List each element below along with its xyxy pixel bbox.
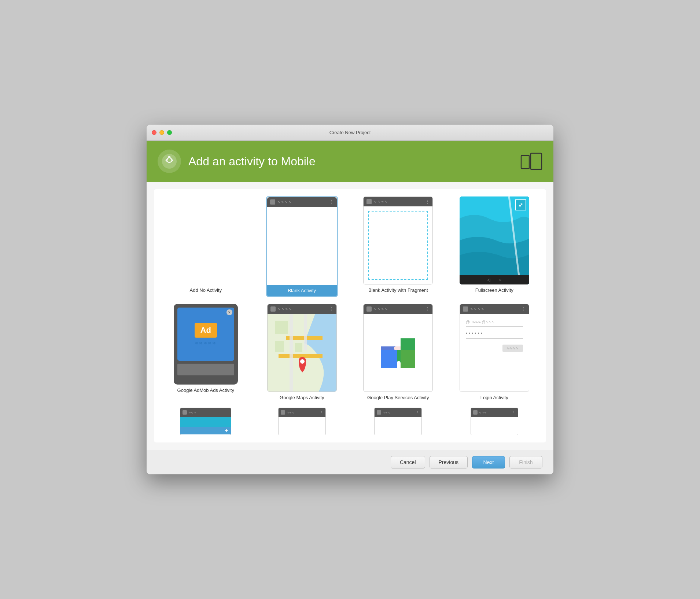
fragment-menu-dots: ⋮ (425, 199, 430, 204)
window-controls (152, 130, 172, 135)
android-icon-svg (161, 153, 177, 169)
partial4-dots: ⋮ (512, 411, 516, 415)
ad-badge: Ad (195, 323, 217, 338)
fragment-dashed-area (368, 211, 428, 280)
maximize-button[interactable] (167, 130, 172, 135)
nav-home-icon: ○ (499, 278, 501, 282)
admob-blue-area: Ad ≋≋≋≋≋ ✕ (177, 308, 234, 361)
maps-menu-dots: ⋮ (329, 306, 334, 312)
fullscreen-label: Fullscreen Activity (475, 287, 513, 293)
admob-preview: Ad ≋≋≋≋≋ ✕ (174, 304, 238, 385)
admob-bottom-bar (177, 364, 234, 375)
activity-item-partial3[interactable]: ∿∿∿ ⋮ (354, 408, 443, 435)
wizard-footer: Cancel Previous Next Finish (147, 450, 553, 474)
maps-preview: ∿∿∿∿ ⋮ (267, 304, 337, 392)
play-content (364, 314, 432, 392)
partial1-icon (183, 410, 187, 415)
blank-content (267, 207, 337, 284)
activity-item-fragment[interactable]: ∿∿∿∿ ⋮ Blank Activity with Fragment (354, 196, 443, 297)
activity-item-partial4[interactable]: ∿∿∿ ⋮ (450, 408, 539, 435)
phone-menu-dots: ⋮ (329, 199, 334, 205)
partial3-icon (377, 410, 381, 415)
maps-svg (268, 314, 336, 392)
partial4-preview: ∿∿∿ ⋮ (471, 408, 518, 435)
login-email-field: @ ∿∿∿ @∿∿∿ (466, 320, 523, 327)
android-studio-icon (158, 150, 181, 173)
partial3-dots: ⋮ (416, 411, 419, 415)
fullscreen-expand-icon: ⤢ (515, 199, 526, 210)
activity-item-play[interactable]: ∿∿∿∿ ⋮ (354, 304, 443, 400)
partial4-content (471, 417, 518, 435)
fullscreen-preview: ⤢ ◁ ○ (460, 196, 529, 284)
svg-point-5 (171, 159, 172, 161)
content-area: Add No Activity ∿∿∿∿ ⋮ Blank Activity (147, 182, 553, 450)
activity-item-blank[interactable]: ∿∿∿∿ ⋮ Blank Activity (258, 196, 347, 297)
partial2-preview: ∿∿∿ ⋮ (278, 408, 326, 435)
close-button[interactable] (152, 130, 156, 135)
admob-close-icon: ✕ (226, 309, 232, 315)
svg-rect-12 (279, 354, 323, 358)
maps-phone-top-bar: ∿∿∿∿ ⋮ (268, 304, 336, 314)
no-activity-label: Add No Activity (190, 287, 222, 293)
partial1-top: ∿∿∿ (180, 408, 231, 417)
play-menu-dots: ⋮ (425, 306, 430, 312)
login-label: Login Activity (480, 395, 508, 400)
svg-rect-16 (275, 341, 284, 352)
phone-menu-icon (270, 199, 275, 205)
finish-button[interactable]: Finish (509, 456, 542, 468)
login-email-placeholder: ∿∿∿ @∿∿∿ (472, 320, 494, 324)
activity-item-fullscreen[interactable]: ⤢ ◁ ○ Fullscreen Activity (450, 196, 539, 297)
play-phone-top-bar: ∿∿∿∿ ⋮ (364, 304, 432, 314)
header-left: Add an activity to Mobile (158, 150, 316, 173)
partial2-icon (281, 410, 285, 415)
activity-item-maps[interactable]: ∿∿∿∿ ⋮ (258, 304, 347, 400)
next-button[interactable]: Next (472, 456, 505, 468)
cancel-button[interactable]: Cancel (391, 456, 425, 468)
fragment-menu-icon (366, 199, 372, 204)
maps-content (268, 314, 336, 392)
activity-item-admob[interactable]: Ad ≋≋≋≋≋ ✕ Google AdMob Ads Activity (161, 304, 250, 400)
fullscreen-nav-bar: ◁ ○ (460, 275, 529, 284)
svg-rect-6 (521, 155, 529, 169)
play-services-icon (378, 335, 418, 370)
partial2-waves: ∿∿∿ (287, 411, 320, 414)
partial4-waves: ∿∿∿ (479, 411, 512, 414)
phone-top-bar: ∿∿∿∿ ⋮ (267, 197, 337, 207)
play-menu-icon (366, 306, 372, 312)
partial2-content (279, 417, 325, 435)
partial4-icon (473, 410, 478, 415)
svg-rect-7 (531, 153, 542, 169)
activity-item-no-activity[interactable]: Add No Activity (161, 196, 250, 297)
svg-rect-13 (290, 314, 293, 392)
activity-item-partial2[interactable]: ∿∿∿ ⋮ (258, 408, 347, 435)
minimize-button[interactable] (159, 130, 164, 135)
login-menu-dots: ⋮ (522, 306, 526, 312)
phone-waves: ∿∿∿∿ (277, 200, 329, 204)
admob-label: Google AdMob Ads Activity (177, 387, 234, 393)
partial4-top: ∿∿∿ ⋮ (471, 408, 518, 417)
fragment-phone-top-bar: ∿∿∿∿ ⋮ (364, 197, 432, 206)
login-phone-top-bar: ∿∿∿∿ ⋮ (460, 304, 529, 314)
svg-rect-14 (304, 314, 307, 350)
fullscreen-bg: ⤢ ◁ ○ (460, 196, 529, 284)
admob-wavy: ≋≋≋≋≋ (195, 341, 217, 346)
previous-button[interactable]: Previous (430, 456, 468, 468)
partial2-dots: ⋮ (320, 411, 323, 415)
play-preview: ∿∿∿∿ ⋮ (363, 304, 433, 392)
window-title: Create New Project (329, 130, 371, 135)
activity-item-login[interactable]: ∿∿∿∿ ⋮ @ ∿∿∿ @∿∿∿ •••••• ∿∿∿∿ (450, 304, 539, 400)
svg-rect-15 (275, 321, 288, 334)
partial1-blue (180, 417, 231, 427)
partial1-plus: + (225, 427, 228, 434)
activity-item-partial1[interactable]: ∿∿∿ + (161, 408, 250, 435)
fragment-content (364, 206, 432, 284)
fragment-activity-preview: ∿∿∿∿ ⋮ (363, 196, 433, 284)
maps-label: Google Maps Activity (280, 395, 324, 400)
blank-activity-preview: ∿∿∿∿ ⋮ (267, 197, 337, 285)
play-label: Google Play Services Activity (367, 395, 429, 400)
fragment-waves: ∿∿∿∿ (374, 200, 425, 203)
partial1-cyan: + (180, 427, 231, 434)
svg-rect-17 (295, 343, 302, 352)
partial3-preview: ∿∿∿ ⋮ (374, 408, 422, 435)
login-submit-button[interactable]: ∿∿∿∿ (502, 345, 523, 352)
